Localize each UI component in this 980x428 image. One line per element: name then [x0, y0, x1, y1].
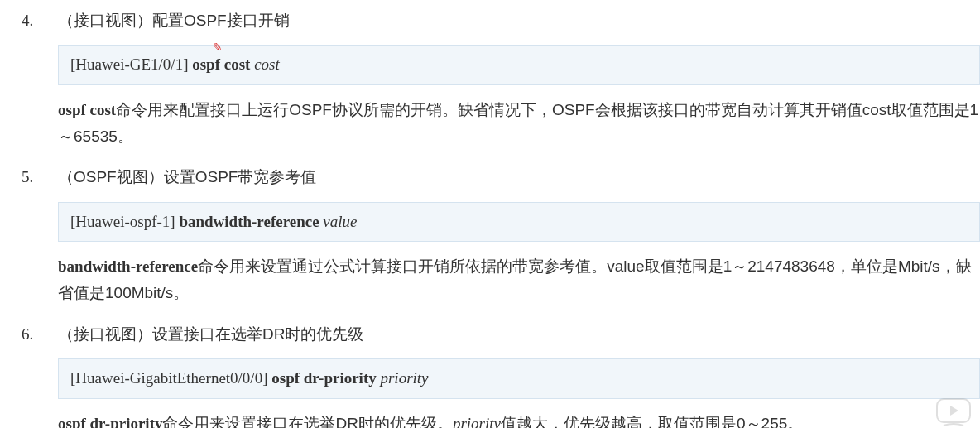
code-param: value — [323, 213, 357, 230]
item-title: （OSPF视图）设置OSPF带宽参考值 — [58, 165, 980, 190]
code-command: ospf dr-priority — [271, 369, 380, 387]
item-number: 5. — [17, 165, 58, 190]
svg-marker-1 — [950, 406, 958, 416]
code-prompt: [Huawei-GE1/0/1] — [70, 55, 192, 73]
desc-text: 命令用来配置接口上运行OSPF协议所需的开销。缺省情况下，OSPF会根据该接口的… — [58, 101, 978, 145]
desc-command: ospf dr-priority — [58, 415, 162, 428]
item-number: 6. — [17, 322, 58, 347]
desc-text-end: 值越大，优先级越高，取值范围是0～255。 — [501, 415, 803, 428]
item-title: （接口视图）配置OSPF接口开销 — [58, 8, 980, 33]
code-block: [Huawei-ospf-1] bandwidth-reference valu… — [58, 202, 980, 242]
item-description: bandwidth-reference命令用来设置通过公式计算接口开销所依据的带… — [58, 253, 980, 307]
code-block: ✎ [Huawei-GE1/0/1] ospf cost cost — [58, 45, 980, 84]
play-icon — [935, 397, 972, 428]
item-description: ospf dr-priority命令用来设置接口在选举DR时的优先级。prior… — [58, 411, 980, 428]
code-param: priority — [380, 369, 428, 387]
code-command: ospf cost — [192, 55, 254, 73]
item-title: （接口视图）设置接口在选举DR时的优先级 — [58, 322, 980, 347]
desc-param: priority — [453, 415, 501, 428]
code-block: [Huawei-GigabitEthernet0/0/0] ospf dr-pr… — [58, 358, 980, 398]
list-item: 4. （接口视图）配置OSPF接口开销 ✎ [Huawei-GE1/0/1] o… — [17, 8, 980, 150]
desc-command: ospf cost — [58, 101, 116, 118]
item-description: ospf cost命令用来配置接口上运行OSPF协议所需的开销。缺省情况下，OS… — [58, 97, 980, 151]
list-item: 6. （接口视图）设置接口在选举DR时的优先级 [Huawei-GigabitE… — [17, 322, 980, 428]
desc-text-mid: 命令用来设置接口在选举DR时的优先级。 — [162, 415, 452, 428]
instruction-list: 4. （接口视图）配置OSPF接口开销 ✎ [Huawei-GE1/0/1] o… — [17, 8, 980, 428]
item-number: 4. — [17, 8, 58, 33]
list-item: 5. （OSPF视图）设置OSPF带宽参考值 [Huawei-ospf-1] b… — [17, 165, 980, 306]
desc-command: bandwidth-reference — [58, 257, 198, 275]
annotation-mark-icon: ✎ — [213, 39, 223, 57]
code-prompt: [Huawei-GigabitEthernet0/0/0] — [70, 369, 271, 387]
code-prompt: [Huawei-ospf-1] — [70, 213, 179, 230]
code-command: bandwidth-reference — [179, 213, 323, 230]
code-param: cost — [254, 55, 280, 73]
